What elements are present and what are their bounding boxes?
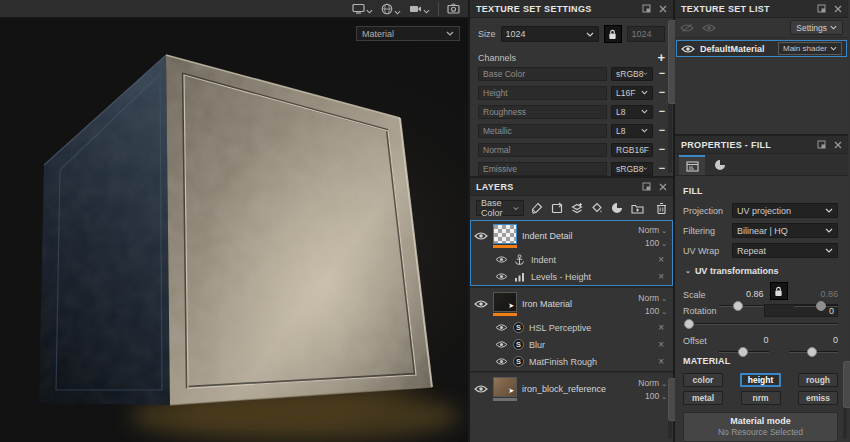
size-select[interactable]: 1024 [501,26,599,42]
layer-iron-block-reference[interactable]: ➤ iron_block_reference Norm⌄ 100⌄ [470,373,673,405]
layer-channel-filter-select[interactable]: Base Color [476,200,524,216]
visibility-eye-icon[interactable] [474,384,488,394]
scale-link-lock-button[interactable] [770,282,788,300]
texture-set-settings-button[interactable]: Settings [790,20,843,35]
remove-channel-button[interactable]: − [657,144,667,155]
display-settings-button[interactable] [352,3,373,14]
size-lock-button[interactable] [604,25,622,43]
channel-toggle-color[interactable]: color [683,373,723,387]
undock-button[interactable] [817,4,826,13]
projection-select[interactable]: UV projection [732,203,838,218]
scrollbar[interactable] [668,378,672,439]
effect-name: Levels - Height [531,272,653,282]
visibility-eye-icon[interactable] [474,231,488,241]
opacity-select[interactable]: 100⌄ [645,238,667,248]
close-panel-button[interactable] [834,141,842,149]
tab-fill-properties[interactable] [679,155,705,175]
delete-layer-icon[interactable] [656,202,667,214]
uv-transformations-toggle[interactable]: ⌄ UV transformations [685,266,838,276]
channel-toggle-height[interactable]: height [740,373,782,387]
layer-row[interactable]: ➤ Iron Material Norm⌄ 100⌄ [471,289,672,319]
layer-thumbnail[interactable]: ➤ [493,292,517,312]
shader-select-button[interactable]: Main shader [778,42,842,55]
close-panel-button[interactable] [659,183,667,191]
layer-row[interactable]: Indent Detail Norm⌄ 100⌄ [471,221,672,251]
environment-button[interactable] [381,3,401,15]
visibility-eye-icon[interactable] [495,357,508,366]
remove-effect-button[interactable]: × [658,271,664,282]
tab-material-preview[interactable] [707,155,733,175]
close-panel-button[interactable] [659,5,667,13]
viewport-3d[interactable]: Material [0,0,470,442]
add-mask-icon[interactable] [611,202,623,214]
add-effect-icon[interactable] [591,202,603,214]
chevron-down-icon [830,25,837,30]
add-channel-button[interactable]: + [657,51,665,64]
channel-format-select[interactable]: RGB16F [611,143,653,157]
remove-channel-button[interactable]: − [657,87,667,98]
solo-eye-icon[interactable] [702,23,716,33]
remove-channel-button[interactable]: − [657,163,667,174]
undock-button[interactable] [817,140,826,149]
viewport-display-mode-select[interactable]: Material [356,26,460,41]
effect-row[interactable]: S Blur × [471,336,672,353]
blend-mode-select[interactable]: Norm⌄ [638,378,667,388]
channel-toggle-nrm[interactable]: nrm [741,391,781,405]
channel-toggle-metal[interactable]: metal [683,391,723,405]
channel-format-select[interactable]: sRGB8 [611,162,653,176]
blend-mode-select[interactable]: Norm⌄ [638,225,667,235]
effect-row[interactable]: Indent × [471,251,672,268]
visibility-eye-icon[interactable] [495,272,508,281]
visibility-eye-icon[interactable] [495,340,508,349]
remove-channel-button[interactable]: − [657,106,667,117]
scrollbar[interactable] [843,361,847,439]
add-fill-layer-icon[interactable] [551,202,563,214]
undock-button[interactable] [642,4,651,13]
camera-settings-button[interactable] [409,4,430,14]
size-height-field[interactable]: 1024 [627,26,665,42]
remove-effect-button[interactable]: × [658,322,664,333]
show-all-eye-icon[interactable] [680,23,694,33]
material-mode-button[interactable]: Material mode No Resource Selected [683,412,838,442]
add-group-icon[interactable] [631,203,644,214]
channel-name: Roughness [478,105,607,119]
layer-group-iron-material[interactable]: ➤ Iron Material Norm⌄ 100⌄ S HSL Percept… [470,288,673,371]
visibility-eye-icon[interactable] [495,255,508,264]
add-smart-material-icon[interactable] [571,202,583,214]
remove-effect-button[interactable]: × [658,254,664,265]
viewport-canvas[interactable]: Material [0,18,468,442]
blend-mode-select[interactable]: Norm⌄ [638,293,667,303]
screenshot-button[interactable] [447,3,460,14]
remove-effect-button[interactable]: × [658,356,664,367]
undock-button[interactable] [642,182,651,191]
effect-row[interactable]: S MatFinish Rough × [471,353,672,370]
remove-channel-button[interactable]: − [657,125,667,136]
visibility-eye-icon[interactable] [681,44,695,54]
channel-format-select[interactable]: L8 [611,105,653,119]
channel-format-select[interactable]: L8 [611,124,653,138]
texture-set-row-selected[interactable]: DefaultMaterial Main shader [676,40,847,57]
visibility-eye-icon[interactable] [474,299,488,309]
filtering-select[interactable]: Bilinear | HQ [732,223,838,238]
add-paint-layer-icon[interactable] [531,202,543,214]
opacity-select[interactable]: 100⌄ [645,391,667,401]
channel-toggle-emiss[interactable]: emiss [798,391,838,405]
channel-toggle-rough[interactable]: rough [798,373,838,387]
visibility-eye-icon[interactable] [495,323,508,332]
remove-effect-button[interactable]: × [658,339,664,350]
remove-channel-button[interactable]: − [657,68,667,79]
close-panel-button[interactable] [834,5,842,13]
layer-group-indent-detail[interactable]: Indent Detail Norm⌄ 100⌄ Indent × [470,220,673,286]
effect-row[interactable]: Levels - Height × [471,268,672,285]
effect-row[interactable]: S HSL Perceptive × [471,319,672,336]
layer-thumbnail-mask[interactable] [493,224,517,244]
channel-format-select[interactable]: sRGB8 [611,67,653,81]
rotation-slider[interactable] [683,318,838,330]
layer-thumbnail[interactable]: ➤ [493,377,517,397]
channel-format-select[interactable]: L16F [611,86,653,100]
opacity-select[interactable]: 100⌄ [645,306,667,316]
uv-wrap-select[interactable]: Repeat [732,243,838,258]
properties-fill-panel: PROPERTIES - FILL FILL Projection UV pro… [675,136,848,442]
layer-row[interactable]: ➤ iron_block_reference Norm⌄ 100⌄ [471,374,672,404]
scrollbar[interactable] [668,20,672,173]
